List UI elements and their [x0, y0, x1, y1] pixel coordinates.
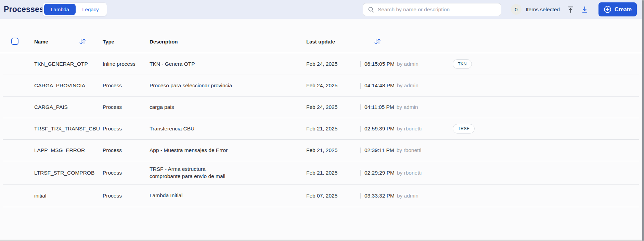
process-name: TKN_GENERAR_OTP	[34, 61, 105, 67]
process-type: Process	[103, 170, 152, 176]
update-time: 03:33:32 PM	[364, 193, 395, 199]
process-name: initial	[34, 193, 105, 199]
update-time: 02:29:29 PM	[364, 170, 395, 176]
column-header-last-update: Last update	[306, 39, 335, 45]
process-last-update: Feb 21, 2025 02:29:29 PM by rbonetti	[306, 170, 455, 176]
process-last-update: Feb 24, 2025 06:15:05 PM by admin	[306, 61, 455, 67]
search-box[interactable]	[363, 3, 501, 16]
update-time: 04:14:48 PM	[364, 83, 395, 89]
vertical-scrollbar-thumb[interactable]	[642, 0, 644, 241]
select-all-checkbox[interactable]	[11, 38, 18, 45]
process-type: Process	[103, 104, 152, 110]
search-icon	[368, 7, 374, 13]
tab-legacy[interactable]: Legacy	[76, 4, 105, 15]
date-time-divider	[360, 193, 361, 199]
sort-name-button[interactable]	[78, 37, 87, 46]
process-description: TRSF - Arma estructura comprobante para …	[150, 166, 309, 179]
tag-badge: TRSF	[453, 124, 475, 134]
tab-lambda[interactable]: Lambda	[44, 4, 76, 15]
process-table-body: TKN_GENERAR_OTP Inline process TKN - Gen…	[0, 53, 644, 207]
process-tag-cell: TKN	[453, 59, 639, 69]
update-author: by admin	[397, 83, 418, 89]
sort-arrows-icon	[373, 37, 382, 46]
update-date: Feb 21, 2025	[306, 126, 360, 132]
items-selected-label: Items selected	[526, 0, 560, 19]
process-tag-cell: TRSF	[453, 124, 639, 134]
process-description: Transferencia CBU	[150, 125, 309, 132]
update-author: by admin	[397, 193, 418, 199]
horizontal-scrollbar[interactable]	[0, 240, 644, 241]
date-time-divider	[360, 83, 361, 89]
process-name: LTRSF_STR_COMPROB	[34, 170, 105, 176]
table-row[interactable]: CARGA_PROVINCIA Process Proceso para sel…	[3, 75, 639, 97]
update-author: by rbonetti	[397, 147, 421, 153]
create-button-label: Create	[615, 7, 632, 13]
lambda-legacy-toggle: Lambda Legacy	[42, 2, 107, 16]
table-row[interactable]: initial Process Lambda Initial Feb 07, 2…	[3, 185, 639, 207]
process-last-update: Feb 21, 2025 02:59:39 PM by rbonetti	[306, 126, 455, 132]
date-time-divider	[360, 126, 361, 132]
table-row[interactable]: LTRSF_STR_COMPROB Process TRSF - Arma es…	[3, 161, 639, 185]
selected-count-badge: 0	[511, 4, 521, 15]
download-icon	[581, 6, 588, 13]
process-description: App - Muestra mensajes de Error	[150, 147, 309, 154]
process-type: Process	[103, 193, 152, 199]
update-author: by admin	[397, 104, 418, 110]
upload-button[interactable]	[565, 4, 576, 15]
update-date: Feb 24, 2025	[306, 61, 360, 67]
date-time-divider	[360, 148, 361, 153]
date-time-divider	[360, 170, 361, 176]
update-date: Feb 21, 2025	[306, 147, 360, 153]
column-header-description: Description	[150, 39, 178, 45]
process-name: TRSF_TRX_TRANSF_CBU	[34, 126, 105, 132]
table-header: Name Type Description Last update	[0, 19, 644, 53]
process-type: Process	[103, 83, 152, 89]
process-last-update: Feb 24, 2025 04:11:05 PM by admin	[306, 104, 455, 110]
process-description: Lambda Initial	[150, 192, 309, 199]
update-date: Feb 24, 2025	[306, 83, 360, 89]
vertical-scrollbar[interactable]	[642, 0, 644, 241]
process-type: Process	[103, 147, 152, 153]
column-header-type: Type	[103, 39, 114, 45]
process-description: TKN - Genera OTP	[150, 61, 309, 67]
sort-last-update-button[interactable]	[373, 37, 382, 46]
sort-arrows-icon	[78, 37, 87, 46]
update-date: Feb 21, 2025	[306, 170, 360, 176]
plus-circle-icon	[604, 5, 611, 13]
process-name: CARGA_PAIS	[34, 104, 105, 110]
update-time: 02:39:11 PM	[364, 147, 394, 153]
table-row[interactable]: LAPP_MSG_ERROR Process App - Muestra men…	[3, 140, 639, 161]
process-description: carga pais	[150, 104, 309, 111]
create-button[interactable]: Create	[598, 2, 637, 16]
process-description: Proceso para seleccionar provincia	[150, 82, 309, 89]
upload-icon	[567, 6, 574, 13]
date-time-divider	[360, 104, 361, 110]
update-time: 04:11:05 PM	[364, 104, 394, 110]
date-time-divider	[360, 61, 361, 67]
process-name: CARGA_PROVINCIA	[34, 83, 105, 89]
process-last-update: Feb 24, 2025 04:14:48 PM by admin	[306, 83, 455, 89]
process-last-update: Feb 07, 2025 03:33:32 PM by admin	[306, 193, 455, 199]
process-last-update: Feb 21, 2025 02:39:11 PM by rbonetti	[306, 147, 455, 153]
table-row[interactable]: TRSF_TRX_TRANSF_CBU Process Transferenci…	[3, 118, 639, 140]
tag-badge: TKN	[453, 59, 472, 69]
process-type: Inline process	[103, 61, 152, 67]
update-author: by admin	[397, 61, 418, 67]
table-row[interactable]: CARGA_PAIS Process carga pais Feb 24, 20…	[3, 97, 639, 118]
update-author: by rbonetti	[397, 170, 422, 176]
update-author: by rbonetti	[397, 126, 422, 132]
download-button[interactable]	[579, 4, 590, 15]
column-header-name: Name	[34, 39, 48, 45]
update-date: Feb 24, 2025	[306, 104, 360, 110]
search-input[interactable]	[378, 7, 494, 13]
table-row[interactable]: TKN_GENERAR_OTP Inline process TKN - Gen…	[3, 53, 639, 75]
process-type: Process	[103, 126, 152, 132]
process-name: LAPP_MSG_ERROR	[34, 147, 105, 153]
top-bar: Processes Lambda Legacy 0 Items selected…	[0, 0, 644, 19]
update-time: 06:15:05 PM	[364, 61, 395, 67]
update-time: 02:59:39 PM	[364, 126, 395, 132]
page-title: Processes	[4, 0, 44, 19]
update-date: Feb 07, 2025	[306, 193, 360, 199]
